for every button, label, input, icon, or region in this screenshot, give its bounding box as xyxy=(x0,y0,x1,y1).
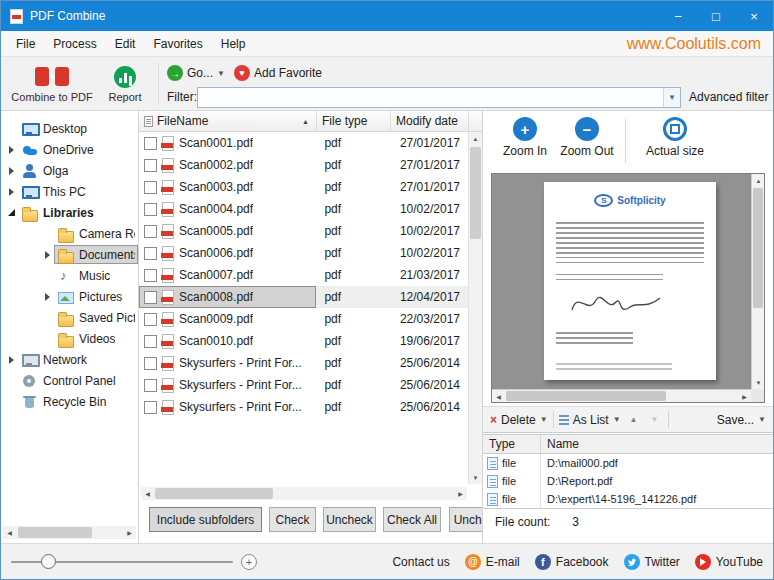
scroll-down-arrow[interactable]: ▼ xyxy=(469,471,482,484)
tree-expand-arrow[interactable] xyxy=(5,209,18,216)
tree-item[interactable]: Desktop xyxy=(1,118,138,139)
tree-item[interactable]: Libraries xyxy=(1,202,138,223)
close-button[interactable]: × xyxy=(735,1,773,31)
file-list-horizontal-scrollbar[interactable]: ◀ ▶ xyxy=(141,487,467,500)
scroll-up-arrow[interactable]: ▲ xyxy=(752,174,765,187)
website-link[interactable]: www.Coolutils.com xyxy=(627,35,761,53)
menu-help[interactable]: Help xyxy=(212,32,255,56)
file-row[interactable]: Scan0010.pdf pdf 19/06/2017 xyxy=(139,330,468,352)
include-subfolders-button[interactable]: Include subfolders xyxy=(149,507,262,532)
tree-item[interactable]: Control Panel xyxy=(1,370,138,391)
tree-item[interactable]: Olga xyxy=(1,160,138,181)
as-list-button[interactable]: As List ▼ xyxy=(559,413,621,427)
file-checkbox[interactable] xyxy=(144,335,157,348)
file-checkbox[interactable] xyxy=(144,401,157,414)
go-button[interactable]: → Go... ▼ xyxy=(167,65,225,81)
column-header-type[interactable]: Type xyxy=(483,435,541,453)
zoom-out-button[interactable]: − Zoom Out xyxy=(555,117,619,158)
zoom-plus-button[interactable]: + xyxy=(241,554,257,570)
menu-favorites[interactable]: Favorites xyxy=(144,32,211,56)
file-row[interactable]: Scan0002.pdf pdf 27/01/2017 xyxy=(139,154,468,176)
result-file-row[interactable]: file D:\expert\14-5196_141226.pdf xyxy=(483,490,773,508)
check-all-button[interactable]: Check All xyxy=(383,507,441,532)
file-list-vertical-scrollbar[interactable]: ▲ ▼ xyxy=(468,132,482,484)
tree-expand-arrow[interactable] xyxy=(5,167,18,175)
tree-expand-arrow[interactable] xyxy=(5,146,18,154)
file-row[interactable]: Scan0001.pdf pdf 27/01/2017 xyxy=(139,132,468,154)
file-row[interactable]: Skysurfers - Print For... pdf 25/06/2014 xyxy=(139,352,468,374)
result-file-row[interactable]: file D:\mail000.pdf xyxy=(483,454,773,472)
tree-item[interactable]: Music xyxy=(1,265,138,286)
file-row[interactable]: Scan0004.pdf pdf 10/02/2017 xyxy=(139,198,468,220)
file-checkbox[interactable] xyxy=(144,291,157,304)
tree-item[interactable]: Camera Roll xyxy=(1,223,138,244)
email-link[interactable]: @ E-mail xyxy=(465,554,520,570)
scrollbar-thumb[interactable] xyxy=(753,188,763,308)
uncheck-all-button[interactable]: Uncheck All xyxy=(449,507,483,532)
add-favorite-button[interactable]: ♥ Add Favorite xyxy=(234,65,322,81)
facebook-link[interactable]: f Facebook xyxy=(535,554,609,570)
file-checkbox[interactable] xyxy=(144,137,157,150)
file-row[interactable]: Scan0006.pdf pdf 10/02/2017 xyxy=(139,242,468,264)
scroll-left-arrow[interactable]: ◀ xyxy=(3,526,16,539)
scroll-right-arrow[interactable]: ▶ xyxy=(454,487,467,500)
check-button[interactable]: Check xyxy=(269,507,316,532)
zoom-slider-knob[interactable] xyxy=(41,554,56,569)
move-down-button[interactable]: ▼ xyxy=(647,411,663,429)
scrollbar-thumb[interactable] xyxy=(18,527,92,538)
youtube-link[interactable]: YouTube xyxy=(695,554,763,570)
zoom-in-button[interactable]: + Zoom In xyxy=(495,117,555,158)
combine-to-pdf-button[interactable]: Combine to PDF xyxy=(7,60,97,108)
tree-horizontal-scrollbar[interactable]: ◀ ▶ xyxy=(3,526,136,539)
maximize-button[interactable]: □ xyxy=(697,1,735,31)
file-row[interactable]: Skysurfers - Print For... pdf 25/06/2014 xyxy=(139,374,468,396)
column-header-name[interactable]: Name xyxy=(541,437,773,451)
scrollbar-thumb[interactable] xyxy=(506,391,666,401)
tree-item[interactable]: Videos xyxy=(1,328,138,349)
file-row[interactable]: Scan0007.pdf pdf 21/03/2017 xyxy=(139,264,468,286)
scroll-left-arrow[interactable]: ◀ xyxy=(492,390,505,403)
file-row[interactable]: Skysurfers - Print For... pdf 25/06/2014 xyxy=(139,396,468,418)
file-checkbox[interactable] xyxy=(144,225,157,238)
tree-expand-arrow[interactable] xyxy=(41,293,54,301)
tree-item[interactable]: This PC xyxy=(1,181,138,202)
scrollbar-thumb[interactable] xyxy=(470,147,481,239)
file-checkbox[interactable] xyxy=(144,313,157,326)
file-row[interactable]: Scan0009.pdf pdf 22/03/2017 xyxy=(139,308,468,330)
twitter-link[interactable]: Twitter xyxy=(624,554,680,570)
file-row[interactable]: Scan0008.pdf pdf 12/04/2017 xyxy=(139,286,468,308)
tree-item[interactable]: OneDrive xyxy=(1,139,138,160)
filter-dropdown-button[interactable]: ▼ xyxy=(663,88,680,107)
contact-us-link[interactable]: Contact us xyxy=(392,555,449,569)
tree-item[interactable]: Saved Pictures xyxy=(1,307,138,328)
tree-item[interactable]: Documents xyxy=(1,244,138,265)
save-button[interactable]: Save... ▼ xyxy=(717,413,766,427)
scroll-up-arrow[interactable]: ▲ xyxy=(469,132,482,145)
report-button[interactable]: Report xyxy=(99,60,151,108)
tree-item[interactable]: Pictures xyxy=(1,286,138,307)
scroll-left-arrow[interactable]: ◀ xyxy=(141,487,154,500)
menu-process[interactable]: Process xyxy=(44,32,105,56)
column-header-filetype[interactable]: File type xyxy=(317,111,391,131)
minimize-button[interactable]: − xyxy=(659,1,697,31)
scrollbar-thumb[interactable] xyxy=(155,488,273,499)
scroll-right-arrow[interactable]: ▶ xyxy=(738,390,751,403)
column-header-modifydate[interactable]: Modify date xyxy=(391,111,469,131)
column-header-filename[interactable]: FileName ▲ xyxy=(139,111,317,131)
file-checkbox[interactable] xyxy=(144,379,157,392)
menu-file[interactable]: File xyxy=(7,32,44,56)
file-row[interactable]: Scan0005.pdf pdf 10/02/2017 xyxy=(139,220,468,242)
filter-input[interactable] xyxy=(198,88,663,107)
tree-item[interactable]: Network xyxy=(1,349,138,370)
scroll-right-arrow[interactable]: ▶ xyxy=(123,526,136,539)
scroll-down-arrow[interactable]: ▼ xyxy=(752,376,765,389)
tree-item[interactable]: Recycle Bin xyxy=(1,391,138,412)
advanced-filter-link[interactable]: Advanced filter xyxy=(689,90,768,104)
result-file-row[interactable]: file D:\Report.pdf xyxy=(483,472,773,490)
file-checkbox[interactable] xyxy=(144,247,157,260)
file-checkbox[interactable] xyxy=(144,269,157,282)
move-up-button[interactable]: ▲ xyxy=(626,411,642,429)
file-checkbox[interactable] xyxy=(144,181,157,194)
preview-horizontal-scrollbar[interactable]: ◀ ▶ xyxy=(492,389,751,402)
tree-expand-arrow[interactable] xyxy=(41,251,54,259)
